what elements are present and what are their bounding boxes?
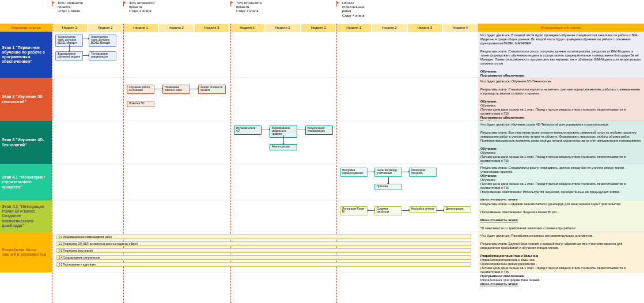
arrow-icon bbox=[368, 210, 374, 211]
stage1-timeline: Теоретическая часть обучения BEXEL Manag… bbox=[52, 32, 478, 78]
arrow-icon bbox=[190, 89, 198, 89]
task-card: Визуализация планирования bbox=[305, 126, 333, 135]
arrow-icon bbox=[283, 135, 284, 144]
docs-label: Разработка базы знаний и регламентов bbox=[0, 232, 52, 272]
arrow-icon bbox=[402, 172, 409, 172]
stage42-info: Результаты этапа: Создание аналитическог… bbox=[478, 200, 644, 232]
stage3-info: Что будет делаться: Изучение основ 4D-Те… bbox=[478, 121, 644, 164]
stage41-label: Этап 4.1 "Мониторинг строительного проце… bbox=[0, 164, 52, 200]
task-card: Обучение работе со сметами bbox=[127, 85, 154, 94]
task-card: Анализ стоимости проекта bbox=[198, 85, 226, 94]
task-card: Интеграция Power BI bbox=[340, 206, 368, 215]
task-card: Настройка отчётов bbox=[409, 206, 437, 213]
arrow-icon bbox=[402, 210, 409, 211]
task-card: Назначение сметных норм bbox=[162, 85, 190, 94]
stage42-timeline: Интеграция Power BI Создание дашборда На… bbox=[52, 200, 478, 232]
arrow-icon bbox=[388, 177, 389, 184]
task-card: Создание дашборда bbox=[374, 206, 402, 215]
task-card: Практическая часть обучения BEXEL Manage… bbox=[89, 35, 116, 47]
arrow-icon bbox=[154, 89, 162, 89]
arrow-icon bbox=[262, 130, 270, 130]
doc-band: 0.2 Разработка EIR, BEP, регламентов раб… bbox=[56, 241, 471, 246]
stage1-label: Этап 1 "Первичное обучение по работе с п… bbox=[0, 32, 52, 78]
arrow-icon bbox=[83, 39, 89, 39]
arrow-icon bbox=[368, 172, 374, 172]
task-card: Практика 5D bbox=[127, 101, 154, 107]
doc-band: 0.3 Разработка базы знаний bbox=[56, 248, 471, 253]
arrow-icon bbox=[297, 130, 305, 130]
arrow-icon bbox=[69, 44, 70, 51]
stage41-timeline: Настройка передачи данных Связь баз межд… bbox=[52, 164, 478, 200]
arrow-icon bbox=[437, 210, 444, 211]
arrow-icon bbox=[83, 55, 89, 56]
stage3-label: Этап 3 "Изучение 4D-Технологий" bbox=[0, 121, 52, 164]
doc-band: 0.5 Тестирование и адаптация bbox=[56, 262, 471, 267]
doc-band: 0.1 Информационное сопровождение работ bbox=[56, 234, 471, 239]
doc-band: 0.4 Сопровождение специалистов bbox=[56, 255, 471, 260]
docs-timeline: 0.1 Информационное сопровождение работ 0… bbox=[52, 232, 478, 272]
task-card: Настройка передачи данных bbox=[340, 168, 368, 177]
task-card: Изучение основ 4D bbox=[234, 126, 262, 135]
stage2-label: Этап 2 "Изучение 5D технологий" bbox=[0, 78, 52, 121]
docs-info: Что будет делаться: Разработка основных … bbox=[478, 232, 644, 272]
task-card: Связь баз между участниками bbox=[374, 168, 402, 177]
stage3-timeline: Изучение основ 4D Формирование модельног… bbox=[52, 121, 478, 164]
task-card: Демонстрация bbox=[444, 206, 471, 213]
stage2-info: Что будет делаться: Обучение 5D-Технолог… bbox=[478, 78, 644, 121]
stage2-timeline: Обучение работе со сметами Назначение см… bbox=[52, 78, 478, 121]
task-card: Мониторинг процесса bbox=[409, 168, 437, 177]
stage41-info: Результаты этапа: Специалисты смогут пер… bbox=[478, 164, 644, 200]
stage1-info: Что будет делаться: В первой части будет… bbox=[478, 32, 644, 78]
task-card: Тестирование специалистов bbox=[89, 51, 116, 60]
stage42-label: Этап 4.2 "Интеграция Power BI и Bexel. С… bbox=[0, 200, 52, 232]
